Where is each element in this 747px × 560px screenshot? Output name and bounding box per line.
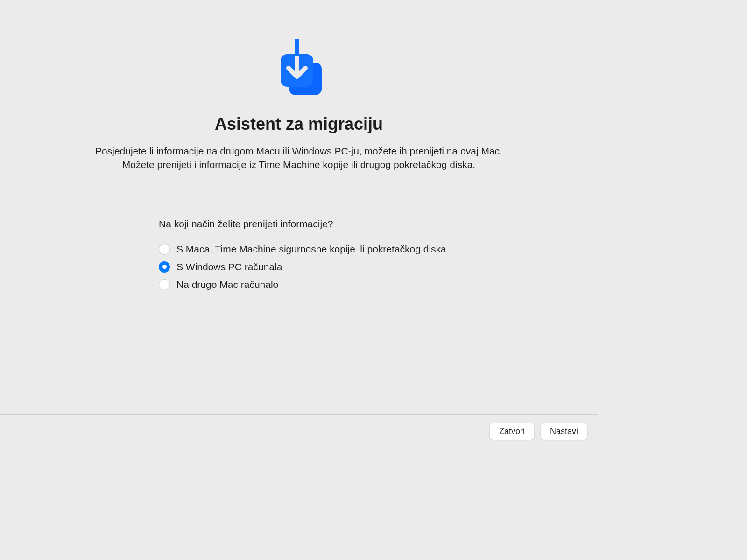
main-content: Asistent za migraciju Posjedujete li inf… [0, 0, 598, 414]
radio-option-from-mac[interactable]: S Maca, Time Machine sigurnosne kopije i… [159, 244, 458, 255]
page-description: Posjedujete li informacije na drugom Mac… [65, 144, 532, 172]
footer-bar: Zatvori Nastavi [0, 414, 598, 448]
transfer-options-section: Na koji način želite prenijeti informaci… [159, 218, 458, 290]
radio-label: Na drugo Mac računalo [176, 279, 278, 290]
continue-button[interactable]: Nastavi [541, 423, 587, 440]
radio-label: S Windows PC računala [176, 261, 282, 273]
migration-icon [268, 39, 329, 104]
radio-group: S Maca, Time Machine sigurnosne kopije i… [159, 244, 458, 290]
radio-option-from-windows[interactable]: S Windows PC računala [159, 261, 458, 273]
migration-assistant-window: Asistent za migraciju Posjedujete li inf… [0, 0, 598, 448]
close-button[interactable]: Zatvori [490, 423, 534, 440]
radio-button-selected-icon [159, 261, 170, 273]
radio-button-icon [159, 244, 170, 255]
transfer-question: Na koji način želite prenijeti informaci… [159, 218, 458, 230]
page-title: Asistent za migraciju [215, 114, 383, 134]
radio-button-icon [159, 279, 170, 290]
radio-label: S Maca, Time Machine sigurnosne kopije i… [176, 244, 446, 255]
radio-option-to-mac[interactable]: Na drugo Mac računalo [159, 279, 458, 290]
